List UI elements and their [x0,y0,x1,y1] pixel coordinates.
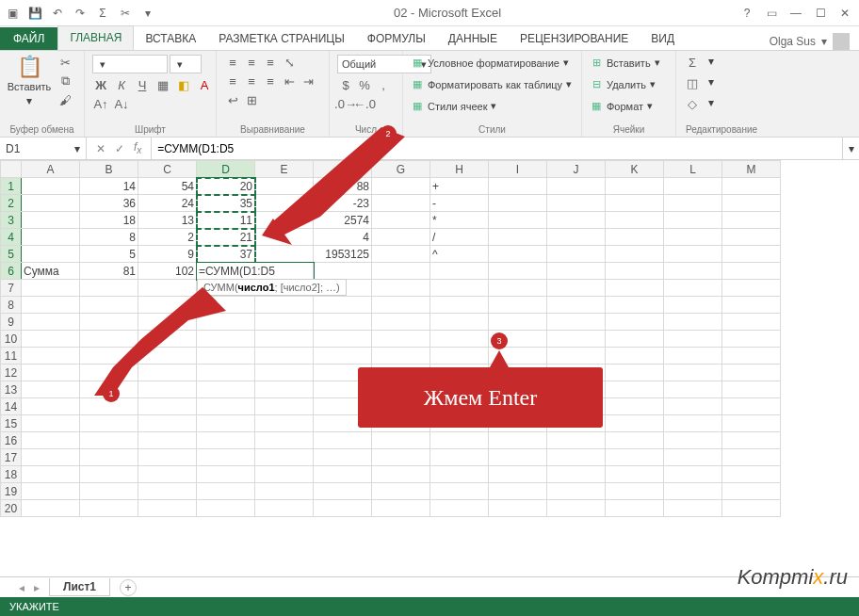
insert-function-icon[interactable]: fx [134,140,141,155]
decrease-decimal-icon[interactable]: ←.0 [356,96,373,111]
chevron-down-icon[interactable]: ▾ [74,142,80,155]
align-left-icon[interactable]: ≡ [224,73,241,89]
tab-home[interactable]: ГЛАВНАЯ [57,25,134,50]
decrease-font-icon[interactable]: A↓ [113,96,130,111]
cell[interactable]: 14 [80,178,138,195]
cell[interactable] [22,178,80,195]
help-icon[interactable]: ? [740,7,754,20]
row-header[interactable]: 7 [1,280,22,297]
orientation-icon[interactable]: ⤡ [281,55,298,70]
align-center-icon[interactable]: ≡ [243,73,260,89]
align-bottom-icon[interactable]: ≡ [262,55,279,70]
cancel-formula-icon[interactable]: ✕ [96,142,105,155]
col-header[interactable]: E [255,161,314,178]
col-header[interactable]: D [197,161,255,178]
spreadsheet-grid[interactable]: A B C D E F G H I J K L M 1 14 54 20 88 … [0,160,781,517]
cell[interactable] [255,178,314,195]
fill-icon[interactable]: ◫ [684,75,701,90]
format-painter-icon[interactable]: 🖌 [57,92,73,107]
sheet-nav-next-icon[interactable]: ▸ [34,581,40,594]
name-box[interactable]: D1▾ [0,138,87,159]
cell[interactable]: 20 [197,178,255,195]
row-header[interactable]: 4 [1,229,22,246]
percent-icon[interactable]: % [356,77,373,92]
row-header[interactable]: 1 [1,178,22,195]
col-header[interactable]: F [314,161,372,178]
add-sheet-icon[interactable]: + [120,579,137,596]
col-header[interactable]: B [80,161,138,178]
tab-view[interactable]: ВИД [640,27,686,50]
autosum-icon[interactable]: Σ [684,55,701,70]
font-family-select[interactable]: ▾ [92,55,168,73]
col-header[interactable]: K [606,161,664,178]
cell-styles-button[interactable]: ▦Стили ячеек▾ [411,98,496,114]
tab-data[interactable]: ДАННЫЕ [437,27,509,50]
increase-font-icon[interactable]: A↑ [92,96,109,111]
cell[interactable]: 54 [138,178,197,195]
tab-formulas[interactable]: ФОРМУЛЫ [356,27,437,50]
bold-icon[interactable]: Ж [92,77,109,92]
undo-icon[interactable]: ↶ [51,7,64,20]
copy-icon[interactable]: ⧉ [57,73,73,89]
save-icon[interactable]: 💾 [28,7,41,20]
maximize-icon[interactable]: ☐ [814,7,827,20]
increase-decimal-icon[interactable]: .0→ [337,96,354,111]
tab-page-layout[interactable]: РАЗМЕТКА СТРАНИЦЫ [207,27,356,50]
tab-review[interactable]: РЕЦЕНЗИРОВАНИЕ [509,27,640,50]
sheet-nav-prev-icon[interactable]: ◂ [19,581,24,594]
font-size-select[interactable]: ▾ [170,55,202,73]
delete-cells-button[interactable]: ⊟Удалить▾ [590,76,656,92]
underline-icon[interactable]: Ч [134,77,151,92]
row-header[interactable]: 5 [1,246,22,263]
expand-formula-bar-icon[interactable]: ▾ [842,138,859,159]
sheet-tab[interactable]: Лист1 [49,578,110,596]
row-header[interactable]: 6 [1,263,22,280]
conditional-formatting-button[interactable]: ▦Условное форматирование▾ [411,55,569,71]
close-icon[interactable]: ✕ [838,7,851,20]
insert-cells-button[interactable]: ⊞Вставить▾ [590,55,660,71]
col-header[interactable]: H [430,161,489,178]
qat-dropdown-icon[interactable]: ▾ [141,7,154,20]
font-color-icon[interactable]: A [196,77,213,92]
autosum-icon[interactable]: Σ [96,7,109,20]
comma-icon[interactable]: , [375,77,392,92]
user-name[interactable]: Olga Sus [770,35,816,48]
col-header[interactable]: C [138,161,197,178]
align-right-icon[interactable]: ≡ [262,73,279,89]
cut-icon[interactable]: ✂ [119,7,132,20]
avatar[interactable] [833,33,850,50]
italic-icon[interactable]: К [113,77,130,92]
indent-left-icon[interactable]: ⇤ [281,73,298,89]
fill-color-icon[interactable]: ◧ [175,77,192,92]
clear-icon[interactable]: ◇ [684,96,701,111]
cell[interactable]: + [430,178,489,195]
align-top-icon[interactable]: ≡ [224,55,241,70]
wrap-text-icon[interactable]: ↩ [224,92,241,107]
cell[interactable]: Сумма [22,263,80,280]
redo-icon[interactable]: ↷ [73,7,87,20]
col-header[interactable]: I [489,161,547,178]
tab-insert[interactable]: ВСТАВКА [134,27,207,50]
align-middle-icon[interactable]: ≡ [243,55,260,70]
paste-button[interactable]: 📋 Вставить ▾ [8,55,51,107]
user-dropdown-icon[interactable]: ▾ [821,35,827,48]
minimize-icon[interactable]: — [789,7,802,20]
format-cells-button[interactable]: ▦Формат▾ [590,98,653,114]
col-header[interactable]: J [547,161,606,178]
merge-icon[interactable]: ⊞ [243,92,260,107]
col-header[interactable]: A [22,161,80,178]
cell[interactable]: 88 [314,178,372,195]
ribbon-options-icon[interactable]: ▭ [765,7,778,20]
col-header[interactable]: G [372,161,430,178]
indent-right-icon[interactable]: ⇥ [300,73,316,89]
select-all-corner[interactable] [1,161,22,178]
row-header[interactable]: 3 [1,212,22,229]
format-as-table-button[interactable]: ▦Форматировать как таблицу▾ [411,76,572,92]
border-icon[interactable]: ▦ [154,77,171,92]
row-header[interactable]: 2 [1,195,22,212]
col-header[interactable]: M [722,161,781,178]
active-cell-editor[interactable]: =СУММ(D1:D5 СУММ(число1; [число2]; …) [197,263,314,280]
cut-icon[interactable]: ✂ [57,55,73,70]
currency-icon[interactable]: $ [337,77,354,92]
cell[interactable] [372,178,430,195]
